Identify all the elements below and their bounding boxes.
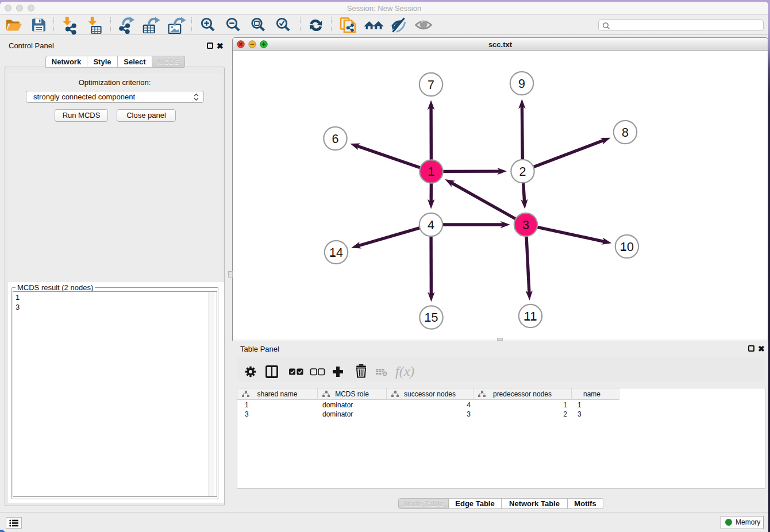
svg-text:15: 15 bbox=[425, 311, 438, 325]
svg-text:6: 6 bbox=[332, 132, 339, 146]
svg-text:9: 9 bbox=[518, 77, 525, 91]
svg-text:11: 11 bbox=[524, 310, 537, 323]
svg-text:14: 14 bbox=[329, 246, 343, 260]
svg-text:10: 10 bbox=[620, 240, 634, 254]
svg-text:2: 2 bbox=[519, 165, 526, 179]
svg-text:7: 7 bbox=[428, 78, 434, 92]
svg-text:1: 1 bbox=[428, 165, 435, 179]
svg-text:4: 4 bbox=[428, 218, 434, 232]
svg-text:3: 3 bbox=[522, 218, 529, 232]
svg-text:f(x): f(x) bbox=[395, 364, 414, 379]
svg-text:8: 8 bbox=[622, 126, 629, 140]
